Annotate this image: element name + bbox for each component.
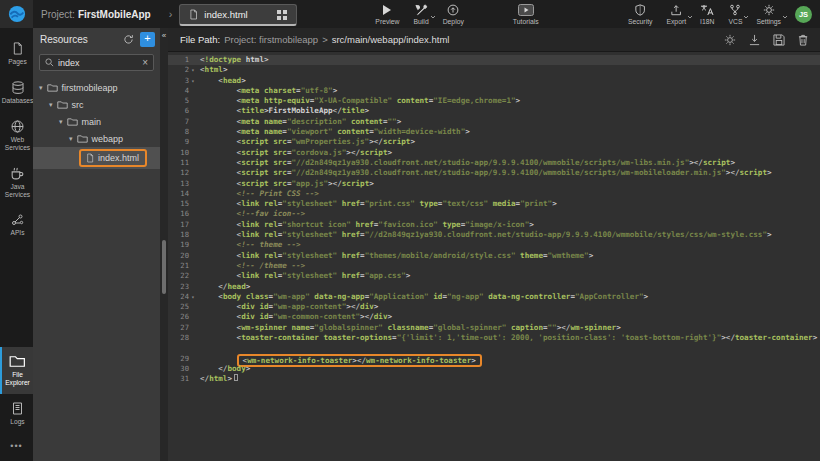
- caret-down-icon: [782, 11, 788, 23]
- code-line[interactable]: 26 <div id="wm-common-content"></div>: [168, 312, 820, 322]
- code-area[interactable]: 1<!doctype html>2▾<html>3▾ <head>4 <meta…: [168, 52, 820, 461]
- code-line[interactable]: 10 <script src="cordova.js"></script>: [168, 148, 820, 158]
- settings-button[interactable]: Settings: [756, 4, 781, 25]
- fold-marker[interactable]: ▾: [189, 292, 197, 302]
- tree-item-webapp[interactable]: ▾webapp: [33, 130, 160, 147]
- panel-divider[interactable]: «: [160, 28, 168, 461]
- user-avatar[interactable]: JS: [795, 6, 812, 23]
- collapse-icon[interactable]: «: [160, 29, 168, 43]
- line-number: 14: [168, 189, 189, 199]
- fold-gutter: [189, 333, 197, 343]
- fold-gutter: [189, 323, 197, 333]
- code-line[interactable]: 14 <!-- Print CSS -->: [168, 189, 820, 199]
- code-line[interactable]: 1<!doctype html>: [168, 55, 820, 65]
- code-line[interactable]: [168, 343, 820, 353]
- sidebar-item-pages[interactable]: Pages: [0, 34, 33, 73]
- refresh-icon[interactable]: [123, 34, 134, 45]
- tutorials-button[interactable]: Tutorials: [513, 4, 539, 25]
- tree-item-firstmobileapp[interactable]: ▾firstmobileapp: [33, 79, 160, 96]
- fold-gutter: [189, 282, 197, 292]
- code-line[interactable]: 21 <!-- /theme -->: [168, 261, 820, 271]
- fold-gutter: [189, 302, 197, 312]
- code-line[interactable]: 25 <div id="wm-app-content"></div>: [168, 302, 820, 312]
- code-line[interactable]: 7 <meta name="description" content="">: [168, 117, 820, 127]
- tree-item-main[interactable]: ▾main: [33, 113, 160, 130]
- sidebar-item-databases[interactable]: Databases: [0, 73, 33, 112]
- resources-title: Resources: [40, 34, 117, 45]
- code-line[interactable]: 12 <script src="//d2n849qz1ya930.cloudfr…: [168, 168, 820, 178]
- sidebar-item-apis[interactable]: APIs: [0, 205, 33, 244]
- line-number: 31: [168, 374, 189, 384]
- sidebar-item-web-services[interactable]: Web Services: [0, 112, 33, 159]
- i18n-button[interactable]: I18N: [700, 4, 714, 25]
- code-line[interactable]: 31</html>: [168, 374, 820, 384]
- search-input[interactable]: [58, 58, 138, 68]
- folder-icon: [67, 117, 78, 127]
- grid-icon[interactable]: [277, 10, 287, 20]
- gear-icon[interactable]: [724, 34, 736, 46]
- line-number: 26: [168, 312, 189, 322]
- code-line[interactable]: 29 <wm-network-info-toaster></wm-network…: [168, 354, 820, 364]
- export-button[interactable]: Export: [666, 4, 686, 25]
- code-line[interactable]: 24▾ <body class="wm-app" data-ng-app="Ap…: [168, 292, 820, 302]
- add-resource-button[interactable]: +: [140, 32, 155, 47]
- scrollbar-thumb[interactable]: [162, 240, 166, 294]
- folder-icon: [57, 100, 68, 110]
- close-icon[interactable]: ×: [142, 58, 148, 68]
- code-line[interactable]: 17 <link rel="shortcut icon" href="favic…: [168, 220, 820, 230]
- sidebar-item-java-services[interactable]: Java Services: [0, 159, 33, 206]
- code-line[interactable]: 28 <toaster-container toaster-options="{…: [168, 333, 820, 343]
- sidebar-item-file-explorer[interactable]: File Explorer: [0, 347, 33, 394]
- play-icon: [382, 4, 392, 16]
- fold-marker[interactable]: ▾: [189, 65, 197, 75]
- fold-marker[interactable]: ▾: [189, 76, 197, 86]
- code-text: <link rel="shortcut icon" href="favicon.…: [197, 220, 534, 230]
- code-line[interactable]: 15 <link rel="stylesheet" href="print.cs…: [168, 199, 820, 209]
- app-logo[interactable]: [0, 0, 33, 28]
- code-line[interactable]: 13 <script src="app.js"></script>: [168, 179, 820, 189]
- tab-index-html[interactable]: index.html: [179, 4, 297, 26]
- code-line[interactable]: 3▾ <head>: [168, 76, 820, 86]
- caret-down-icon[interactable]: ▾: [49, 101, 53, 109]
- more-dots-icon[interactable]: •••: [0, 433, 33, 461]
- line-number: 11: [168, 158, 189, 168]
- security-button[interactable]: Security: [628, 4, 653, 25]
- code-text: </body>: [197, 364, 250, 374]
- line-number: 21: [168, 261, 189, 271]
- trash-icon[interactable]: [798, 34, 808, 46]
- code-line[interactable]: 2▾<html>: [168, 65, 820, 75]
- caret-down-icon[interactable]: ▾: [59, 118, 63, 126]
- code-line[interactable]: 9 <script src="wmProperties.js"></script…: [168, 137, 820, 147]
- code-line[interactable]: 16 <!--fav icon-->: [168, 209, 820, 219]
- line-number: [168, 343, 189, 353]
- code-line[interactable]: 23 </head>: [168, 282, 820, 292]
- project-label: Project:: [41, 9, 75, 20]
- code-line[interactable]: 6 <title>FirstMobileApp</title>: [168, 106, 820, 116]
- code-line[interactable]: 5 <meta http-equiv="X-UA-Compatible" con…: [168, 96, 820, 106]
- preview-button[interactable]: Preview: [375, 4, 399, 25]
- apis-label: APIs: [11, 229, 25, 237]
- tree-item-src[interactable]: ▾src: [33, 96, 160, 113]
- code-line[interactable]: 22 <link rel="stylesheet" href="app.css"…: [168, 271, 820, 281]
- vcs-button[interactable]: VCS: [728, 4, 742, 25]
- code-line[interactable]: 27 <wm-spinner name="globalspinner" clas…: [168, 323, 820, 333]
- deploy-button[interactable]: Deploy: [443, 4, 464, 25]
- caret-down-icon[interactable]: ▾: [69, 135, 73, 143]
- save-icon[interactable]: [773, 34, 785, 46]
- code-line[interactable]: 4 <meta charset="utf-8">: [168, 86, 820, 96]
- download-icon[interactable]: [749, 34, 760, 46]
- fold-gutter: [189, 199, 197, 209]
- code-line[interactable]: 11 <script src="//d2n849qz1ya930.cloudfr…: [168, 158, 820, 168]
- code-line[interactable]: 19 <!-- theme -->: [168, 240, 820, 250]
- code-line[interactable]: 20 <link rel="stylesheet" href="themes/m…: [168, 251, 820, 261]
- build-button[interactable]: Build: [414, 4, 429, 25]
- code-line[interactable]: 8 <meta name="viewport" content="width=d…: [168, 127, 820, 137]
- code-line[interactable]: 18 <link rel="stylesheet" href="//d2n849…: [168, 230, 820, 240]
- caret-down-icon[interactable]: ▾: [39, 84, 43, 92]
- tree-item-index-html[interactable]: index.html: [33, 147, 160, 169]
- sidebar-item-logs[interactable]: Logs: [0, 394, 33, 433]
- editor-toolbar: [724, 34, 810, 46]
- line-number: 3: [168, 76, 189, 86]
- code-text: <script src="//d2n849qz1ya930.cloudfront…: [197, 158, 735, 168]
- fold-gutter: [189, 220, 197, 230]
